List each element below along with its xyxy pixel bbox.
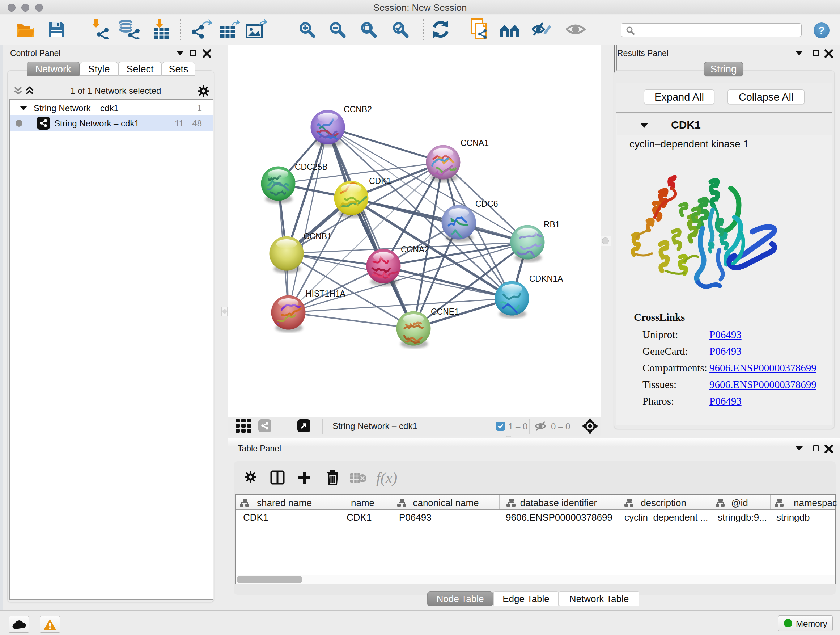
svg-text:CDC6: CDC6 — [475, 199, 498, 209]
svg-text:CDKN1A: CDKN1A — [529, 274, 563, 283]
svg-text:HIST1H1A: HIST1H1A — [306, 289, 346, 298]
svg-text:CCNA2: CCNA2 — [401, 245, 429, 254]
svg-text:CCNB2: CCNB2 — [344, 105, 372, 114]
svg-text:CCNB1: CCNB1 — [303, 232, 332, 241]
svg-text:RB1: RB1 — [544, 220, 560, 229]
svg-text:CCNA1: CCNA1 — [461, 138, 489, 148]
svg-text:CCNE1: CCNE1 — [431, 307, 459, 317]
svg-text:CDC25B: CDC25B — [295, 162, 328, 172]
svg-text:CDK1: CDK1 — [369, 176, 391, 186]
